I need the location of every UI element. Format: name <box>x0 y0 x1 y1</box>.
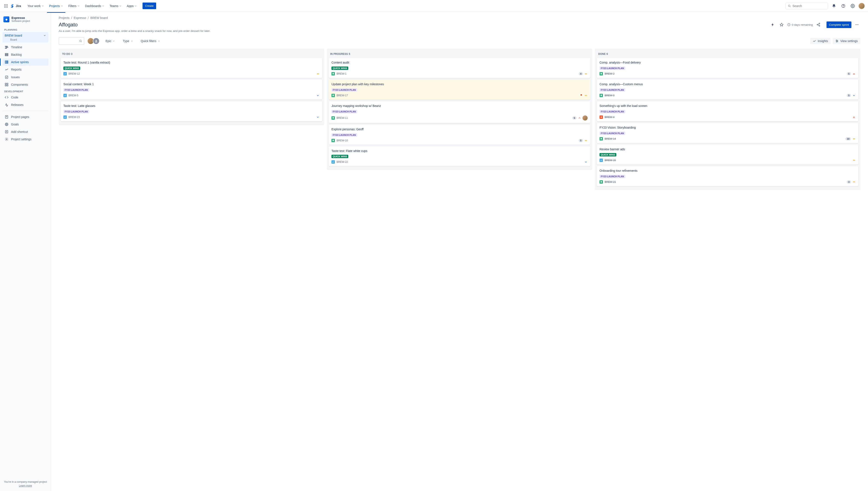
filter-epic[interactable]: Epic <box>104 38 117 44</box>
sidebar-item-releases[interactable]: Releases <box>3 101 48 108</box>
issue-key[interactable]: BREW-11 <box>336 116 348 119</box>
sidebar-item-project-pages[interactable]: Project pages <box>3 113 48 120</box>
issue-card[interactable]: Content audit QUICK WINS BREW-1 4 <box>329 58 590 78</box>
nav-apps[interactable]: Apps <box>125 3 139 9</box>
issue-key[interactable]: BREW-14 <box>605 137 616 140</box>
sidebar-item-components[interactable]: Components <box>3 81 48 88</box>
filter-type[interactable]: Type <box>121 38 135 44</box>
unassigned-avatar[interactable] <box>93 38 100 45</box>
breadcrumb-item[interactable]: BREW board <box>90 16 108 20</box>
nav-projects[interactable]: Projects <box>47 3 65 9</box>
sidebar-item-backlog[interactable]: Backlog <box>3 51 48 58</box>
notifications-icon[interactable] <box>831 3 837 9</box>
issue-key[interactable]: BREW-21 <box>605 180 616 183</box>
issue-key[interactable]: BREW-10 <box>336 139 348 142</box>
board-search[interactable] <box>59 37 84 45</box>
issue-card[interactable]: Onboarding tour refinements FY23 LAUNCH … <box>597 166 858 186</box>
settings-icon[interactable] <box>849 3 856 9</box>
learn-more-link[interactable]: Learn more <box>3 484 48 487</box>
view-settings-button[interactable]: View settings <box>833 38 860 44</box>
issue-key[interactable]: BREW-4 <box>605 116 615 119</box>
sidebar-item-timeline[interactable]: Timeline <box>3 44 48 51</box>
card-title: Taste test: Flate white cups <box>331 149 588 153</box>
svg-point-7 <box>5 7 6 8</box>
nav-filters[interactable]: Filters <box>66 3 82 9</box>
epic-tag[interactable]: FY23 LAUNCH PLAN <box>599 175 625 178</box>
epic-tag[interactable]: FY23 LAUNCH PLAN <box>599 88 625 92</box>
sidebar-item-code[interactable]: Code <box>3 94 48 101</box>
issue-card[interactable]: Review banner ads QUICK WINS BREW-20 <box>597 145 858 165</box>
epic-tag[interactable]: QUICK WINS <box>331 155 348 158</box>
column-todo: TO DO3 Taste test: Round 1 (vanilla extr… <box>59 49 324 125</box>
issue-card[interactable]: Explore personas: Geoff FY23 LAUNCH PLAN… <box>329 125 590 145</box>
app-switcher-icon[interactable] <box>3 3 8 8</box>
sidebar-item-project-settings[interactable]: Project settings <box>3 136 48 143</box>
column-name: DONE <box>598 53 606 56</box>
global-search[interactable] <box>785 3 828 9</box>
epic-tag[interactable]: FY23 LAUNCH PLAN <box>599 132 625 135</box>
more-icon[interactable] <box>853 21 860 28</box>
issue-key[interactable]: BREW-2 <box>605 72 615 75</box>
board-search-input[interactable] <box>61 39 79 43</box>
issue-card[interactable]: Taste test: Flate white cups QUICK WINS … <box>329 146 590 167</box>
breadcrumb-item[interactable]: Projects <box>59 16 70 20</box>
issue-key[interactable]: BREW-1 <box>336 72 346 75</box>
epic-tag[interactable]: FY23 LAUNCH PLAN <box>599 110 625 113</box>
automation-icon[interactable] <box>769 21 776 28</box>
epic-tag[interactable]: QUICK WINS <box>599 153 616 156</box>
breadcrumb-item[interactable]: Espresso <box>74 16 86 20</box>
svg-rect-59 <box>585 73 587 74</box>
days-remaining: 0 days remaining <box>787 23 813 26</box>
svg-point-55 <box>837 41 838 41</box>
priority-medium-icon <box>316 72 320 76</box>
nav-your-work[interactable]: Your work <box>25 3 46 9</box>
epic-tag[interactable]: FY23 LAUNCH PLAN <box>599 66 625 70</box>
card-title: Taste test: Latte glasses <box>63 104 320 108</box>
star-icon[interactable] <box>778 21 785 28</box>
issue-key[interactable]: BREW-17 <box>336 94 348 97</box>
help-icon[interactable] <box>840 3 847 9</box>
epic-tag[interactable]: QUICK WINS <box>63 66 80 70</box>
issue-card[interactable]: FY23 Vision: Storyboarding FY23 LAUNCH P… <box>597 123 858 143</box>
user-avatar[interactable] <box>859 3 865 9</box>
assignee-filter[interactable] <box>88 38 100 45</box>
issue-key[interactable]: BREW-23 <box>69 116 80 119</box>
epic-tag[interactable]: FY23 LAUNCH PLAN <box>331 88 357 92</box>
assignee-avatar[interactable] <box>582 115 588 120</box>
issue-key[interactable]: BREW-20 <box>605 159 616 162</box>
nav-dashboards[interactable]: Dashboards <box>83 3 107 9</box>
issue-card[interactable]: Something's up with the load screen FY23… <box>597 102 858 121</box>
issue-key[interactable]: BREW-3 <box>605 94 615 97</box>
sidebar-item-active-sprints[interactable]: Active sprints <box>3 58 48 66</box>
issue-card[interactable]: Taste test: Latte glasses FY23 LAUNCH PL… <box>61 102 322 121</box>
jira-logo[interactable]: Jira <box>10 4 21 8</box>
issue-card[interactable]: Comp. analysis—Food delivery FY23 LAUNCH… <box>597 58 858 78</box>
sidebar-item-reports[interactable]: Reports <box>3 66 48 73</box>
sidebar-item-goals[interactable]: Goals <box>3 121 48 128</box>
insights-button[interactable]: Insights <box>810 38 831 44</box>
priority-highest-icon <box>852 115 856 119</box>
project-header[interactable]: ◆ Espresso Software project <box>3 16 48 23</box>
epic-tag[interactable]: FY23 LAUNCH PLAN <box>331 133 357 137</box>
issue-card[interactable]: Comp. analysis—Custom menus FY23 LAUNCH … <box>597 80 858 100</box>
issue-card[interactable]: Update project plan with key milestones … <box>329 80 590 100</box>
nav-teams[interactable]: Teams <box>107 3 124 9</box>
epic-tag[interactable]: QUICK WINS <box>331 66 348 70</box>
epic-tag[interactable]: FY23 LAUNCH PLAN <box>63 110 89 113</box>
epic-tag[interactable]: FY23 LAUNCH PLAN <box>331 110 357 113</box>
issue-card[interactable]: Taste test: Round 1 (vanilla extract) QU… <box>61 58 322 78</box>
sidebar-item-issues[interactable]: Issues <box>3 74 48 81</box>
search-input[interactable] <box>792 4 826 8</box>
complete-sprint-button[interactable]: Complete sprint <box>826 22 851 28</box>
create-button[interactable]: Create <box>142 3 156 9</box>
issue-card[interactable]: Social content: Week 1 FY23 LAUNCH PLAN … <box>61 80 322 100</box>
issue-key[interactable]: BREW-12 <box>69 72 80 75</box>
issue-key[interactable]: BREW-5 <box>69 94 78 97</box>
sidebar-item-add-shortcut[interactable]: Add shortcut <box>3 128 48 136</box>
filter-quick-filters[interactable]: Quick filters <box>139 38 162 44</box>
epic-tag[interactable]: FY23 LAUNCH PLAN <box>63 88 89 92</box>
share-icon[interactable] <box>815 21 822 28</box>
sidebar-board-name[interactable]: BREW board <box>3 32 48 39</box>
issue-card[interactable]: Journey mapping workshop w/ Beanz FY23 L… <box>329 102 590 123</box>
issue-key[interactable]: BREW-22 <box>336 161 348 164</box>
